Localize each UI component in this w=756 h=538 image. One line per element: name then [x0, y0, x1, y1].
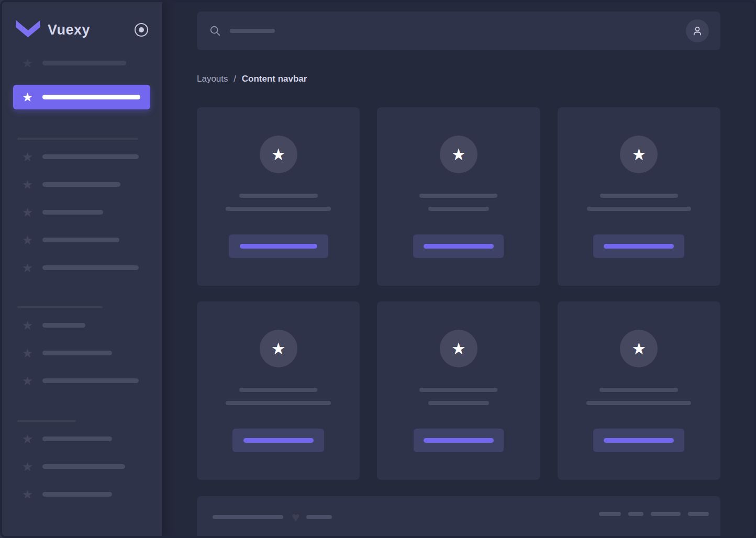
- card-action-button[interactable]: [593, 234, 684, 258]
- star-icon: ★: [21, 461, 34, 473]
- star-icon: ★: [21, 262, 34, 274]
- placeholder-line: [239, 388, 317, 392]
- top-navbar: [197, 12, 720, 50]
- heart-icon: ♥: [292, 512, 299, 522]
- search-icon: [209, 25, 221, 37]
- button-label-bar: [424, 438, 494, 443]
- button-label-bar: [604, 438, 674, 443]
- placeholder-line: [428, 401, 489, 405]
- star-icon: ★: [21, 91, 34, 104]
- star-icon: ★: [21, 57, 34, 70]
- placeholder-bar: [42, 95, 140, 99]
- placeholder-line: [587, 207, 691, 211]
- app-title: Vuexy: [48, 22, 90, 38]
- star-icon: ★: [21, 433, 34, 445]
- sidebar-item[interactable]: ★: [0, 425, 162, 453]
- placeholder-bar: [42, 464, 125, 469]
- sidebar-header: Vuexy: [0, 0, 162, 43]
- placeholder-line: [599, 388, 678, 392]
- card-action-button[interactable]: [232, 429, 324, 452]
- placeholder-bar: [42, 238, 119, 242]
- placeholder-bar: [42, 154, 139, 159]
- card-avatar-circle: ★: [620, 330, 658, 367]
- placeholder-line: [419, 194, 497, 198]
- button-label-bar: [243, 438, 314, 443]
- card-action-button[interactable]: [593, 429, 684, 452]
- sidebar-item[interactable]: ★: [0, 49, 162, 77]
- placeholder-bar: [42, 323, 85, 328]
- radio-circle-icon[interactable]: [135, 23, 148, 37]
- placeholder-bar: [42, 210, 103, 215]
- card: ★: [377, 107, 540, 286]
- main-content: Layouts / Content navbar ★ ★: [162, 0, 756, 538]
- placeholder-line: [239, 194, 318, 198]
- star-icon: ★: [21, 151, 34, 163]
- footer-left: ♥: [213, 512, 332, 522]
- card-action-button[interactable]: [229, 234, 328, 258]
- placeholder-line: [419, 388, 497, 392]
- sidebar-item[interactable]: ★: [0, 339, 162, 367]
- button-label-bar: [424, 244, 494, 249]
- sidebar-item[interactable]: ★: [0, 254, 162, 282]
- footer-link-bar[interactable]: [628, 512, 643, 516]
- placeholder-bar: [42, 61, 126, 65]
- placeholder-line: [586, 401, 691, 405]
- star-icon: ★: [451, 147, 466, 163]
- sidebar-item[interactable]: ★: [0, 453, 162, 480]
- star-icon: ★: [21, 178, 34, 191]
- card-avatar-circle: ★: [440, 136, 477, 173]
- search-input[interactable]: [209, 25, 686, 37]
- star-icon: ★: [451, 341, 466, 357]
- placeholder-bar: [42, 378, 139, 383]
- section-divider: [17, 138, 138, 140]
- star-icon: ★: [271, 147, 286, 163]
- placeholder-bar: [42, 265, 139, 270]
- card: ★: [558, 107, 720, 286]
- star-icon: ★: [21, 488, 34, 501]
- sidebar-item[interactable]: ★: [0, 171, 162, 198]
- sidebar-item[interactable]: ★: [0, 367, 162, 395]
- card: ★: [197, 107, 360, 286]
- placeholder-line: [600, 194, 678, 198]
- page-footer: ♥: [197, 496, 720, 538]
- sidebar-section: ★ ★ ★: [0, 425, 162, 508]
- card: ★: [377, 301, 540, 480]
- card-avatar-circle: ★: [260, 136, 297, 173]
- card-action-button[interactable]: [414, 429, 504, 452]
- placeholder-bar: [42, 436, 112, 441]
- footer-link-bar[interactable]: [688, 512, 709, 516]
- star-icon: ★: [21, 234, 34, 246]
- button-label-bar: [240, 244, 317, 249]
- footer-link-bar[interactable]: [651, 512, 681, 516]
- star-icon: ★: [271, 341, 286, 357]
- star-icon: ★: [21, 375, 34, 387]
- sidebar-section: ★ ★ ★: [0, 311, 162, 395]
- user-icon: [691, 25, 704, 37]
- placeholder-bar: [306, 515, 332, 519]
- sidebar: Vuexy ★ ★ ★ ★ ★ ★ ★: [0, 0, 162, 538]
- star-icon: ★: [21, 319, 34, 332]
- breadcrumb: Layouts / Content navbar: [197, 74, 720, 84]
- placeholder-line: [226, 401, 331, 405]
- star-icon: ★: [631, 147, 646, 163]
- sidebar-item[interactable]: ★: [0, 226, 162, 254]
- breadcrumb-parent[interactable]: Layouts: [197, 74, 228, 84]
- sidebar-item-active[interactable]: ★: [13, 85, 150, 109]
- star-icon: ★: [21, 347, 34, 360]
- radio-dot: [139, 27, 144, 32]
- footer-link-bar[interactable]: [599, 512, 621, 516]
- card-avatar-circle: ★: [620, 136, 658, 173]
- vuexy-logo-icon: [16, 20, 40, 40]
- placeholder-bar: [42, 492, 112, 497]
- user-avatar[interactable]: [686, 19, 709, 42]
- button-label-bar: [604, 244, 674, 249]
- card-action-button[interactable]: [413, 234, 504, 258]
- footer-links: [599, 512, 709, 516]
- card: ★: [558, 301, 720, 480]
- sidebar-item[interactable]: ★: [0, 143, 162, 171]
- sidebar-item[interactable]: ★: [0, 311, 162, 339]
- star-icon: ★: [21, 206, 34, 219]
- search-placeholder-bar: [230, 29, 275, 33]
- sidebar-item[interactable]: ★: [0, 198, 162, 226]
- sidebar-item[interactable]: ★: [0, 480, 162, 508]
